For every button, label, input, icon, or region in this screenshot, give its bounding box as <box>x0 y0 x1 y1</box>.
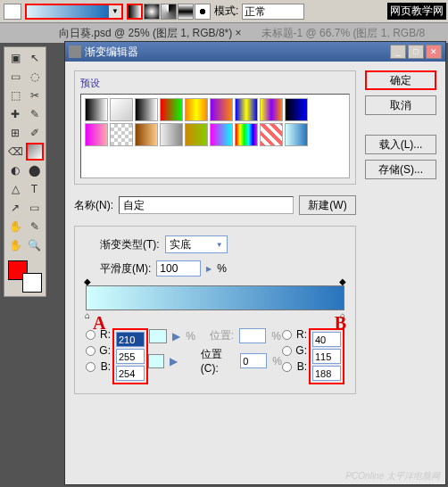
gradient-picker-dropdown[interactable]: ▼ <box>25 4 123 20</box>
ok-button[interactable]: 确定 <box>365 70 436 90</box>
zoom-tool-icon[interactable]: 🔍 <box>26 236 44 254</box>
input-g-b[interactable] <box>312 349 341 364</box>
hand-tool-icon[interactable]: ✋ <box>6 236 24 254</box>
brush-tool-icon[interactable]: ✎ <box>26 105 44 123</box>
input-b-a[interactable] <box>116 366 145 381</box>
close-button[interactable]: ✕ <box>426 45 442 59</box>
preset-swatch[interactable] <box>160 98 183 121</box>
reflected-gradient-button[interactable] <box>178 4 194 20</box>
radio-b-a[interactable] <box>86 362 95 372</box>
healing-tool-icon[interactable]: ✚ <box>6 105 24 123</box>
chevron-right-icon[interactable]: ▶ <box>172 330 180 343</box>
preset-swatch[interactable] <box>85 98 108 121</box>
eyedropper-tool-icon[interactable]: ✎ <box>26 218 44 235</box>
gradient-preview <box>27 5 109 18</box>
diamond-gradient-button[interactable] <box>195 4 211 20</box>
label-b: B: <box>98 360 111 373</box>
color-stop-left[interactable]: ⌂ <box>83 310 92 320</box>
type-tool-icon[interactable]: T <box>26 180 44 198</box>
chevron-right-icon[interactable]: ▶ <box>206 265 212 273</box>
preset-swatch[interactable] <box>260 123 283 146</box>
chevron-right-icon[interactable]: ▶ <box>170 355 178 367</box>
gradient-tool-icon[interactable] <box>26 143 44 161</box>
crop-tool-icon[interactable]: ⬚ <box>6 87 24 104</box>
chevron-down-icon: ▼ <box>216 241 223 249</box>
stop-controls: ▶ % 位置: % ▶ 位置(C): % <box>148 328 282 384</box>
linear-gradient-button[interactable] <box>127 4 143 20</box>
stop-color-swatch[interactable] <box>149 329 167 343</box>
preset-swatch[interactable] <box>185 123 208 146</box>
color-swatches <box>6 259 44 294</box>
angle-gradient-button[interactable] <box>161 4 177 20</box>
annotation-a: A <box>93 313 105 334</box>
preset-swatch[interactable] <box>235 98 258 121</box>
blend-mode-select[interactable]: 正常 <box>242 4 304 20</box>
mode-label: 模式: <box>214 4 238 19</box>
slice-tool-icon[interactable]: ✂ <box>26 87 44 104</box>
blur-tool-icon[interactable]: ◐ <box>6 161 24 179</box>
input-r-b[interactable] <box>312 332 341 347</box>
document-tabs: 向日葵.psd @ 25% (图层 1, RGB/8*) × 未标题-1 @ 6… <box>0 23 448 43</box>
preset-swatch[interactable] <box>210 98 233 121</box>
preset-swatch[interactable] <box>135 123 158 146</box>
position-input-1 <box>239 328 266 343</box>
path-tool-icon[interactable]: ↗ <box>6 199 24 217</box>
radio-g-a[interactable] <box>86 346 95 356</box>
preset-swatch[interactable] <box>110 98 133 121</box>
lasso-tool-icon[interactable]: ◌ <box>26 68 44 86</box>
history-brush-icon[interactable]: ✐ <box>26 124 44 142</box>
marquee-tool-icon[interactable]: ▭ <box>6 68 24 86</box>
eraser-tool-icon[interactable]: ⌫ <box>6 143 24 161</box>
watermark-badge: 网页教学网 <box>387 3 446 20</box>
minimize-button[interactable]: _ <box>390 45 406 59</box>
move-tool-icon[interactable]: ▣ <box>6 49 24 67</box>
position-input-2[interactable] <box>240 353 267 368</box>
selection-tool-icon[interactable]: ↖ <box>26 49 44 67</box>
stop-color-swatch-2[interactable] <box>148 354 164 368</box>
radio-r-b[interactable] <box>282 330 292 340</box>
radial-gradient-button[interactable] <box>144 4 160 20</box>
cancel-button[interactable]: 取消 <box>365 95 436 115</box>
dialog-icon <box>69 45 81 58</box>
gradient-type-select[interactable]: 实底▼ <box>165 235 228 253</box>
preset-swatch[interactable] <box>110 123 133 146</box>
label-g: G: <box>98 344 111 357</box>
maximize-button[interactable]: □ <box>408 45 424 59</box>
preset-swatch[interactable] <box>235 123 258 146</box>
shape-tool-icon[interactable]: ▭ <box>26 199 44 217</box>
dialog-titlebar[interactable]: 渐变编辑器 _ □ ✕ <box>65 42 445 62</box>
radio-b-b[interactable] <box>282 362 292 372</box>
preset-swatch[interactable] <box>260 98 283 121</box>
smoothness-input[interactable] <box>156 260 201 277</box>
save-button[interactable]: 存储(S)... <box>365 160 436 179</box>
gradient-settings-group: 渐变类型(T): 实底▼ 平滑度(M): ▶ % ◆ ◆ ⌂ ⌂ <box>74 226 356 394</box>
stamp-tool-icon[interactable]: ⊞ <box>6 124 24 142</box>
preset-swatch[interactable] <box>210 123 233 146</box>
options-bar: ▼ 模式: 正常 网页教学网 <box>0 0 448 23</box>
gradient-bar[interactable] <box>86 285 344 310</box>
input-r-a[interactable] <box>116 332 145 347</box>
position-c-label: 位置(C): <box>201 347 236 375</box>
tool-preset-swatch[interactable] <box>4 4 21 20</box>
radio-g-b[interactable] <box>282 346 292 356</box>
gradient-name-input[interactable] <box>119 196 294 214</box>
load-button[interactable]: 载入(L)... <box>365 135 436 154</box>
preset-swatch[interactable] <box>85 123 108 146</box>
notes-tool-icon[interactable]: ✋ <box>6 218 24 235</box>
preset-swatch[interactable] <box>135 98 158 121</box>
new-button[interactable]: 新建(W) <box>299 195 356 215</box>
toolbox: ▣ ↖ ▭ ◌ ⬚ ✂ ✚ ✎ ⊞ ✐ ⌫ ◐ ⬤ △ T ↗ ▭ ✋ ✎ ✋ … <box>4 46 46 297</box>
background-color-swatch[interactable] <box>22 273 42 293</box>
presets-label: 预设 <box>80 77 350 90</box>
preset-swatch[interactable] <box>185 98 208 121</box>
preset-swatch[interactable] <box>160 123 183 146</box>
gradient-editor-dialog: 渐变编辑器 _ □ ✕ 预设 名称(N): 新建(W) 渐变类型(T): 实底 <box>64 41 446 485</box>
input-b-b[interactable] <box>312 366 341 381</box>
preset-swatch[interactable] <box>285 123 308 146</box>
chevron-down-icon[interactable]: ▼ <box>109 5 121 18</box>
pen-tool-icon[interactable]: △ <box>6 180 24 198</box>
preset-swatch[interactable] <box>285 98 308 121</box>
dodge-tool-icon[interactable]: ⬤ <box>26 161 44 179</box>
presets-grid[interactable] <box>80 94 350 178</box>
input-g-a[interactable] <box>116 349 145 364</box>
